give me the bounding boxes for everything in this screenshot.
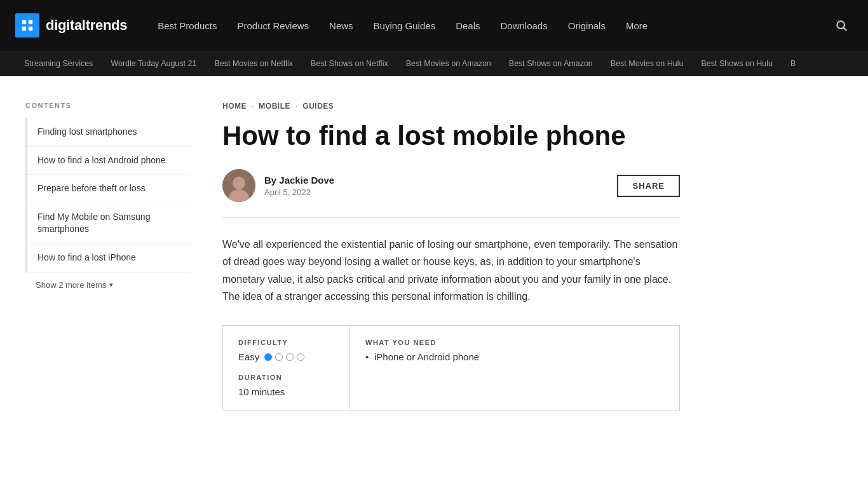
top-navigation: digitaltrends Best Products Product Revi… <box>0 0 868 51</box>
svg-rect-1 <box>29 20 32 24</box>
author-row: By Jackie Dove April 5, 2022 SHARE <box>222 169 680 202</box>
sec-nav-shows-netflix[interactable]: Best Shows on Netflix <box>302 51 397 76</box>
avatar <box>222 169 255 202</box>
info-col-right: WHAT YOU NEED iPhone or Android phone <box>350 326 679 410</box>
sec-nav-movies-netflix[interactable]: Best Movies on Netflix <box>205 51 302 76</box>
svg-point-7 <box>233 177 245 189</box>
share-button[interactable]: SHARE <box>617 175 680 197</box>
sec-nav-shows-hulu[interactable]: Best Shows on Hulu <box>692 51 782 76</box>
contents-link-1[interactable]: Finding lost smartphones <box>27 118 191 146</box>
chevron-down-icon: ▾ <box>109 281 113 289</box>
nav-product-reviews[interactable]: Product Reviews <box>227 0 320 51</box>
contents-label: CONTENTS <box>25 102 191 109</box>
breadcrumb-sep-2: · <box>295 102 297 111</box>
contents-link-3[interactable]: Prepare before theft or loss <box>27 175 191 203</box>
info-col-left: DIFFICULTY Easy DURATION 10 minutes <box>223 326 350 410</box>
secondary-navigation: Streaming Services Wordle Today August 2… <box>0 51 868 76</box>
search-button[interactable] <box>830 19 853 32</box>
svg-rect-3 <box>29 27 32 30</box>
nav-best-products[interactable]: Best Products <box>147 0 227 51</box>
svg-rect-2 <box>22 27 26 30</box>
svg-line-5 <box>844 28 847 31</box>
breadcrumb-mobile[interactable]: MOBILE <box>259 102 290 111</box>
author-details: By Jackie Dove April 5, 2022 <box>264 175 334 197</box>
show-more-text: Show 2 more items <box>36 280 106 290</box>
contents-link-2[interactable]: How to find a lost Android phone <box>27 147 191 175</box>
breadcrumb-home[interactable]: HOME <box>222 102 247 111</box>
author-name: By Jackie Dove <box>264 175 334 186</box>
sec-nav-shows-amazon[interactable]: Best Shows on Amazon <box>500 51 602 76</box>
logo-icon <box>15 13 39 37</box>
author-date: April 5, 2022 <box>264 187 334 197</box>
show-more-button[interactable]: Show 2 more items ▾ <box>25 273 191 290</box>
what-you-need-label: WHAT YOU NEED <box>365 339 664 346</box>
breadcrumb-sep-1: · <box>252 102 254 111</box>
svg-rect-0 <box>22 20 26 24</box>
svg-point-4 <box>837 21 844 29</box>
nav-items: Best Products Product Reviews News Buyin… <box>147 0 830 51</box>
sec-nav-movies-hulu[interactable]: Best Movies on Hulu <box>602 51 693 76</box>
nav-more[interactable]: More <box>616 0 658 51</box>
sidebar: CONTENTS Finding lost smartphones How to… <box>0 76 210 436</box>
article: HOME · MOBILE · GUIDES How to find a los… <box>210 76 718 436</box>
contents-item-5: How to find a lost iPhone <box>27 244 191 273</box>
nav-news[interactable]: News <box>319 0 363 51</box>
what-you-need-list: iPhone or Android phone <box>365 351 664 362</box>
duration-value: 10 minutes <box>238 386 334 397</box>
author-info: By Jackie Dove April 5, 2022 <box>222 169 334 202</box>
contents-item-1: Finding lost smartphones <box>27 118 191 147</box>
contents-link-5[interactable]: How to find a lost iPhone <box>27 244 191 272</box>
info-box: DIFFICULTY Easy DURATION 10 minutes WHAT… <box>222 325 680 410</box>
sec-nav-movies-amazon[interactable]: Best Movies on Amazon <box>397 51 500 76</box>
contents-link-4[interactable]: Find My Mobile on Samsung smartphones <box>27 203 191 243</box>
what-item-1: iPhone or Android phone <box>365 351 664 362</box>
dot-1 <box>264 353 272 361</box>
nav-deals[interactable]: Deals <box>445 0 490 51</box>
difficulty-row: Easy <box>238 351 334 362</box>
dot-3 <box>286 353 294 361</box>
contents-item-3: Prepare before theft or loss <box>27 175 191 203</box>
nav-originals[interactable]: Originals <box>558 0 616 51</box>
difficulty-value: Easy <box>238 351 259 362</box>
article-divider <box>222 217 680 218</box>
breadcrumb: HOME · MOBILE · GUIDES <box>222 102 680 111</box>
difficulty-label: DIFFICULTY <box>238 339 334 346</box>
difficulty-dots <box>264 353 304 361</box>
sec-nav-extra[interactable]: B <box>782 51 804 76</box>
dot-2 <box>275 353 283 361</box>
contents-item-2: How to find a lost Android phone <box>27 147 191 175</box>
sec-nav-streaming[interactable]: Streaming Services <box>15 51 102 76</box>
main-container: CONTENTS Finding lost smartphones How to… <box>0 76 868 436</box>
search-icon <box>835 19 848 32</box>
nav-buying-guides[interactable]: Buying Guides <box>363 0 446 51</box>
dot-4 <box>297 353 304 361</box>
article-title: How to find a lost mobile phone <box>222 121 680 151</box>
duration-label: DURATION <box>238 374 334 381</box>
nav-downloads[interactable]: Downloads <box>491 0 558 51</box>
contents-list: Finding lost smartphones How to find a l… <box>25 118 191 273</box>
logo-link[interactable]: digitaltrends <box>15 13 127 37</box>
sec-nav-wordle[interactable]: Wordle Today August 21 <box>102 51 205 76</box>
contents-item-4: Find My Mobile on Samsung smartphones <box>27 203 191 244</box>
article-body: We've all experienced the existential pa… <box>222 236 680 305</box>
logo-text: digitaltrends <box>46 17 127 34</box>
breadcrumb-guides[interactable]: GUIDES <box>302 102 334 111</box>
